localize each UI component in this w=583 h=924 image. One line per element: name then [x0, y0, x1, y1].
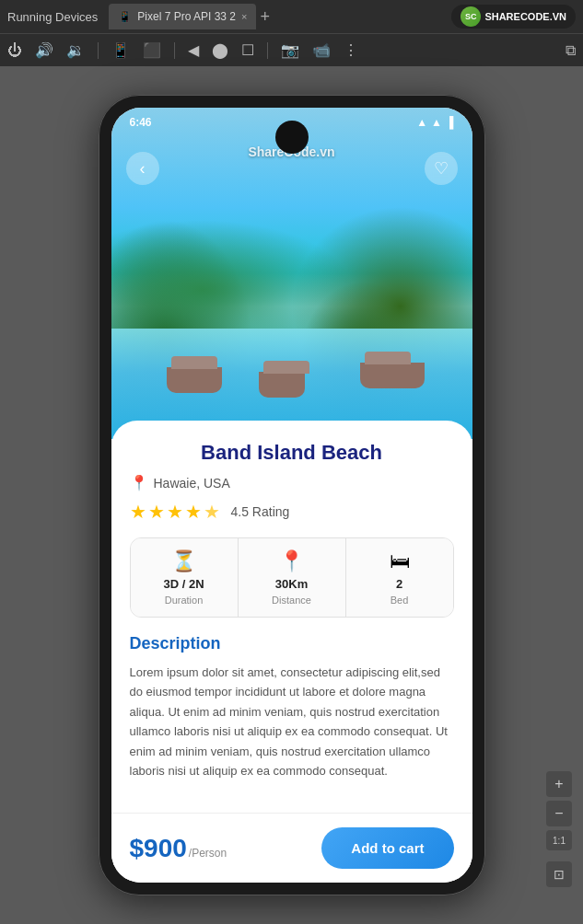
- bed-box: 🛏 2 Bed: [346, 538, 453, 617]
- location-row: 📍 Hawaie, USA: [130, 474, 454, 491]
- power-icon[interactable]: ⏻: [7, 42, 22, 59]
- running-devices-title: Running Devices: [7, 10, 98, 24]
- price-area: $900 /Person: [130, 834, 227, 863]
- status-time: 6:46: [130, 116, 152, 129]
- duration-value: 3D / 2N: [163, 577, 204, 591]
- toolbar-divider-2: [174, 42, 175, 59]
- camera-icon[interactable]: 📷: [281, 41, 299, 59]
- signal-icon: ▲: [431, 116, 442, 129]
- tab-area: 📱 Pixel 7 Pro API 33 2 × +: [109, 4, 270, 29]
- phone-screen: 6:46 ▲ ▲ ▐ ShareCode.vn ‹: [111, 108, 472, 883]
- favorite-button[interactable]: ♡: [425, 152, 458, 185]
- screen-record-icon[interactable]: 📹: [312, 41, 331, 59]
- battery-icon: ▐: [446, 116, 454, 129]
- recent-nav-icon[interactable]: ☐: [241, 41, 254, 59]
- bed-label: Bed: [391, 595, 409, 606]
- status-icons: ▲ ▲ ▐: [416, 116, 453, 129]
- info-boxes: ⏳ 3D / 2N Duration 📍 30Km Distance 🛏 2 B…: [130, 537, 454, 618]
- star-5-half: ★: [204, 501, 220, 523]
- boat-2: [259, 372, 305, 398]
- screenshot-button[interactable]: ⊡: [546, 861, 572, 887]
- bottom-bar: $900 /Person Add to cart: [111, 813, 472, 883]
- home-nav-icon[interactable]: ⬤: [212, 41, 228, 59]
- device-tab-label: Pixel 7 Pro API 33 2: [137, 10, 236, 23]
- star-1: ★: [130, 501, 146, 523]
- sharecode-logo-circle: SC: [461, 6, 481, 27]
- location-text: Hawaie, USA: [154, 476, 230, 491]
- phone-mockup: 6:46 ▲ ▲ ▐ ShareCode.vn ‹: [99, 95, 485, 895]
- main-area: + − 1:1 ⊡ 6:46 ▲ ▲ ▐: [0, 66, 583, 924]
- wifi-icon: ▲: [416, 116, 427, 129]
- toolbar-divider-3: [267, 42, 268, 59]
- boat-3: [360, 363, 425, 388]
- add-tab-button[interactable]: +: [260, 8, 270, 25]
- volume-up-icon[interactable]: 🔊: [35, 41, 53, 59]
- back-nav-icon[interactable]: ◀: [188, 41, 199, 59]
- bed-value: 2: [396, 577, 402, 591]
- device-tab-icon: 📱: [118, 10, 132, 23]
- toolbar: ⏻ 🔊 🔉 📱 ⬛ ◀ ⬤ ☐ 📷 📹 ⋮ ⧉: [0, 33, 583, 66]
- place-title: Band Island Beach: [130, 441, 454, 465]
- volume-down-icon[interactable]: 🔉: [66, 41, 85, 59]
- top-bar: Running Devices 📱 Pixel 7 Pro API 33 2 ×…: [0, 0, 583, 33]
- rotate-icon[interactable]: ⬛: [143, 41, 161, 59]
- more-options-icon[interactable]: ⋮: [344, 41, 358, 59]
- distance-value: 30Km: [275, 577, 308, 591]
- zoom-out-button[interactable]: −: [546, 801, 572, 826]
- back-button[interactable]: ‹: [126, 152, 159, 185]
- back-chevron-icon: ‹: [140, 159, 146, 179]
- top-bar-right: SC SHARECODE.VN: [451, 5, 576, 29]
- add-to-cart-button[interactable]: Add to cart: [321, 827, 453, 869]
- rating-text: 4.5 Rating: [231, 504, 290, 519]
- heart-icon: ♡: [434, 158, 449, 179]
- rating-row: ★ ★ ★ ★ ★ 4.5 Rating: [130, 501, 454, 523]
- description-text: Lorem ipsum dolor sit amet, consectetur …: [130, 663, 454, 781]
- toolbar-divider-1: [98, 42, 99, 59]
- zoom-controls: + − 1:1: [546, 771, 572, 850]
- description-title: Description: [130, 634, 454, 653]
- device-frame-icon[interactable]: 📱: [111, 41, 130, 59]
- sharecode-logo: SC SHARECODE.VN: [451, 5, 576, 29]
- duration-label: Duration: [165, 595, 204, 606]
- price-value: $900: [130, 834, 187, 863]
- star-3: ★: [167, 501, 183, 523]
- camera-notch: [275, 121, 309, 154]
- distance-icon: 📍: [279, 549, 304, 573]
- zoom-reset-button[interactable]: 1:1: [546, 830, 572, 850]
- duration-icon: ⏳: [171, 549, 196, 573]
- price-unit: /Person: [189, 847, 227, 860]
- distance-label: Distance: [272, 595, 311, 606]
- distance-box: 📍 30Km Distance: [239, 538, 346, 617]
- bed-icon: 🛏: [390, 549, 410, 573]
- stars-container: ★ ★ ★ ★ ★: [130, 501, 220, 523]
- star-4: ★: [185, 501, 202, 523]
- location-pin-icon: 📍: [130, 474, 148, 491]
- boat-1: [167, 367, 222, 393]
- star-2: ★: [148, 501, 165, 523]
- device-tab[interactable]: 📱 Pixel 7 Pro API 33 2 ×: [109, 4, 256, 29]
- sharecode-logo-text: SHARECODE.VN: [484, 11, 566, 22]
- close-tab-button[interactable]: ×: [241, 11, 247, 22]
- zoom-in-button[interactable]: +: [546, 771, 572, 797]
- duration-box: ⏳ 3D / 2N Duration: [131, 538, 239, 617]
- hero-image: ShareCode.vn ‹ ♡: [111, 108, 472, 439]
- device-mirror-icon[interactable]: ⧉: [566, 42, 576, 58]
